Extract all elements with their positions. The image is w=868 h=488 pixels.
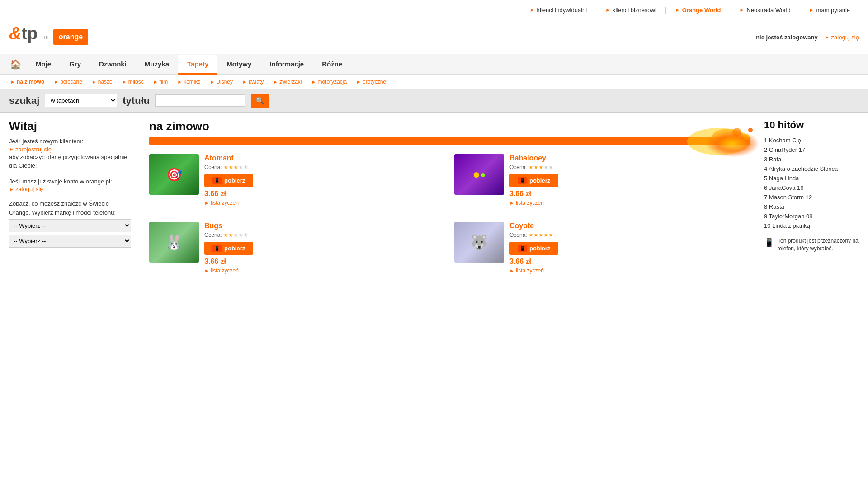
hit-item-1[interactable]: 1 Kocham Cię [764, 136, 859, 145]
brand-select[interactable]: -- Wybierz -- [9, 219, 131, 232]
tab-motywy[interactable]: Motywy [217, 55, 260, 75]
search-label: szukaj [9, 95, 39, 107]
hit-item-5[interactable]: 5 Naga Linda [764, 174, 859, 183]
product-price-atomant: 3.66 zł [204, 190, 445, 198]
tab-informacje[interactable]: Informacje [260, 55, 313, 75]
hit-item-3[interactable]: 3 Rafa [764, 155, 859, 164]
subnav-polecane[interactable]: ► polecane [50, 78, 86, 86]
model-select[interactable]: -- Wybierz -- [9, 235, 131, 248]
login-link[interactable]: ► zaloguj się [825, 34, 859, 41]
product-name-bugs[interactable]: Bugs [204, 222, 445, 230]
subnav-erotyczne[interactable]: ► erotyczne [353, 78, 390, 86]
orange-bar [149, 137, 750, 145]
nav-klienci-indywidualni[interactable]: ► klienci indywidualni [521, 7, 596, 14]
hit-item-2[interactable]: 2 GinaRyder 17 [764, 145, 859, 155]
product-thumb-atomant[interactable]: 🎯 [149, 154, 199, 195]
nav-arrow-icon: ► [9, 146, 14, 152]
tab-tapety[interactable]: Tapety [178, 55, 217, 75]
sidebar-welcome: Witaj Jeśli jesteś nowym klientem: ► zar… [9, 119, 131, 170]
subnav-nasze[interactable]: ► nasze [88, 78, 116, 86]
subnav-milosc[interactable]: ► miłość [118, 78, 147, 86]
hit-item-7[interactable]: 7 Mason Storm 12 [764, 192, 859, 202]
hit-item-10[interactable]: 10 Linda z pianką [764, 221, 859, 230]
tab-gry[interactable]: Gry [60, 55, 90, 75]
tab-dzwonki[interactable]: Dzwonki [90, 55, 136, 75]
product-name-coyote[interactable]: Coyote [509, 222, 750, 230]
sidebar-title: Witaj [9, 119, 131, 133]
subnav-na-zimowo[interactable]: ► na zimowo [7, 78, 48, 86]
nav-arrow-icon: ► [9, 187, 14, 192]
search-scope-select[interactable]: w tapetach w dzwonkach w muzyce w grach [45, 94, 117, 107]
svg-point-2 [732, 128, 741, 137]
tab-muzyka[interactable]: Muzyka [136, 55, 178, 75]
wishlist-atomant[interactable]: ► lista życzeń [204, 200, 445, 206]
hit-item-6[interactable]: 6 JanaCova 16 [764, 183, 859, 192]
sidebar-register-link[interactable]: ► zarejestruj się [9, 146, 131, 153]
tab-rozne[interactable]: Różne [313, 55, 351, 75]
home-icon[interactable]: 🏠 [5, 54, 27, 74]
svg-point-4 [748, 128, 753, 132]
stars-empty: ★★ [238, 164, 248, 170]
stars-empty: ★★★ [233, 232, 248, 238]
product-name-atomant[interactable]: Atomant [204, 154, 445, 162]
search-bar: szukaj w tapetach w dzwonkach w muzyce w… [0, 89, 868, 113]
nav-klienci-biznesowi[interactable]: ► klienci biznesowi [596, 7, 666, 14]
nav-arrow-icon: ► [825, 34, 830, 40]
tab-moje[interactable]: Moje [27, 55, 60, 75]
hit-item-9[interactable]: 9 TaylorMorgan 08 [764, 211, 859, 221]
nav-neostrada-world[interactable]: ► Neostrada World [730, 7, 800, 14]
search-label2: tytułu [123, 95, 150, 107]
wishlist-babalooey[interactable]: ► lista życzeń [509, 200, 750, 206]
nav-arrow-icon: ► [122, 79, 127, 84]
nav-orange-world[interactable]: ► Orange World [666, 7, 731, 14]
pobierz-button-bugs[interactable]: 📱 pobierz [204, 242, 253, 255]
product-price-bugs: 3.66 zł [204, 258, 445, 266]
logo-left: &tp TP orange [9, 25, 88, 49]
subnav-zwierzaki[interactable]: ► zwierzaki [269, 78, 305, 86]
subnav-motoryzacja[interactable]: ► motoryzacja [308, 78, 351, 86]
subnav-komiks[interactable]: ► komiks [174, 78, 204, 86]
pobierz-button-babalooey[interactable]: 📱 pobierz [509, 174, 558, 187]
product-price-coyote: 3.66 zł [509, 258, 750, 266]
search-input[interactable] [155, 94, 245, 107]
product-bugs: 🐰 Bugs Ocena: ★★★★★ 📱 pobierz 3.66 zł [149, 222, 445, 274]
search-button[interactable]: 🔍 [251, 94, 269, 108]
nav-mam-pytanie[interactable]: ► mam pytanie [800, 7, 859, 14]
wishlist-bugs[interactable]: ► lista życzeń [204, 267, 445, 274]
pobierz-button-coyote[interactable]: 📱 pobierz [509, 242, 558, 255]
svg-point-3 [743, 134, 749, 140]
sidebar-existing: Jeśli masz już swoje konto w orange.pl: … [9, 177, 131, 193]
logo-right: nie jesteś zalogowany ► zaloguj się [756, 34, 859, 41]
product-rating-bugs: Ocena: ★★★★★ [204, 232, 445, 238]
stars-full: ★★★ [528, 164, 543, 170]
sidebar-intro: Jeśli jesteś nowym klientem: [9, 137, 131, 146]
wishlist-coyote[interactable]: ► lista życzeń [509, 267, 750, 274]
center-content: na zimowo 🎯 Atomant [140, 119, 760, 281]
sidebar-login-link[interactable]: ► zaloguj się [9, 186, 131, 192]
nav-arrow-icon: ► [739, 7, 744, 13]
pobierz-icon: 📱 [212, 245, 222, 252]
nav-arrow-icon: ► [210, 79, 215, 84]
sub-nav: ► na zimowo ► polecane ► nasze ► miłość … [0, 75, 868, 89]
nav-arrow-icon: ► [177, 79, 182, 84]
pobierz-button-atomant[interactable]: 📱 pobierz [204, 174, 253, 187]
stars-full: ★★★★★ [528, 232, 553, 238]
product-rating-atomant: Ocena: ★★★★★ [204, 164, 445, 170]
top-nav: ► klienci indywidualni ► klienci bizneso… [0, 0, 868, 20]
product-thumb-babalooey[interactable]: ● ● [454, 154, 504, 195]
subnav-disney[interactable]: ► Disney [206, 78, 236, 86]
main-content: Witaj Jeśli jesteś nowym klientem: ► zar… [0, 113, 868, 287]
subnav-film[interactable]: ► film [150, 78, 172, 86]
nav-arrow-icon: ► [530, 7, 535, 13]
hit-item-8[interactable]: 8 Rasta [764, 202, 859, 211]
product-thumb-coyote[interactable]: 🐺 [454, 222, 504, 263]
tp-logo: &tp TP [9, 25, 49, 49]
product-atomant: 🎯 Atomant Ocena: ★★★★★ 📱 pobierz 3.66 zł [149, 154, 445, 206]
product-thumb-bugs[interactable]: 🐰 [149, 222, 199, 263]
hit-item-4[interactable]: 4 Afryka o zachodzie Słońca [764, 164, 859, 174]
nav-arrow-icon: ► [204, 268, 209, 273]
stars-full: ★★ [223, 232, 233, 238]
product-coyote: 🐺 Coyote Ocena: ★★★★★ 📱 pobierz 3.66 zł [454, 222, 750, 274]
orange-logo: orange [53, 29, 88, 45]
subnav-kwiaty[interactable]: ► kwiaty [239, 78, 267, 86]
